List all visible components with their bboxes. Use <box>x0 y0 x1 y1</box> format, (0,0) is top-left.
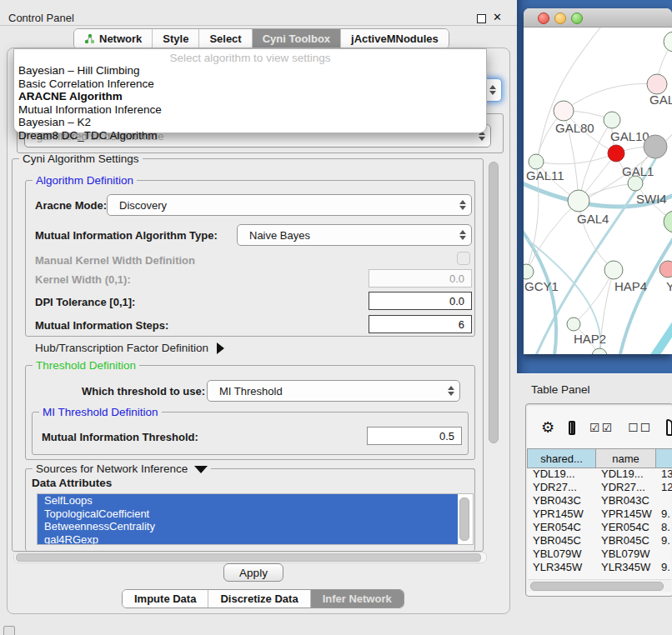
algorithm-option[interactable]: Basic Correlation Inference <box>14 78 486 91</box>
tab-jactivemnodules[interactable]: jActiveMNodules <box>341 29 449 48</box>
table-cell: 9. <box>655 560 672 573</box>
data-attribute-item[interactable]: TopologicalCoefficient <box>38 508 458 521</box>
kernel-width-field[interactable]: 0.0 <box>369 269 472 288</box>
kernel-width-label: Kernel Width (0,1): <box>35 273 131 286</box>
select-all-icon[interactable]: ☑☑ <box>589 420 614 435</box>
network-node-n-bottom-cut[interactable] <box>592 348 607 354</box>
table-row[interactable]: YLR345WYLR345W9. <box>527 560 672 573</box>
manual-kernel-width-checkbox[interactable] <box>457 252 470 265</box>
table-row[interactable]: YBR045CYBR045C9. <box>527 533 672 547</box>
settings-scrollbar-thumb[interactable] <box>489 162 499 443</box>
table-body: YDL19...YDL19...13YDR27...YDR27...12YBR0… <box>527 467 672 575</box>
tab-impute-data[interactable]: Impute Data <box>123 590 208 608</box>
tab-cyni-toolbox[interactable]: Cyni Toolbox <box>253 29 341 48</box>
dpi-tolerance-field[interactable]: 0.0 <box>369 292 472 310</box>
tab-discretize-data[interactable]: Discretize Data <box>208 590 310 608</box>
mi-algorithm-type-label: Mutual Information Algorithm Type: <box>35 229 218 242</box>
data-attributes-list[interactable]: SelfLoopsTopologicalCoefficientBetweenne… <box>37 493 474 545</box>
column-header[interactable]: name <box>596 449 656 468</box>
settings-scrollbar[interactable] <box>487 158 499 552</box>
network-edge <box>564 83 657 111</box>
network-node-gray-node[interactable] <box>644 135 667 158</box>
network-node-gal11[interactable] <box>529 154 544 169</box>
settings-hscrollbar[interactable] <box>13 552 487 563</box>
network-node-hap4[interactable] <box>604 261 623 279</box>
mi-steps-field[interactable]: 6 <box>369 315 472 333</box>
float-window-icon[interactable] <box>477 14 486 23</box>
algorithm-option[interactable]: Bayesian – Hill Climbing <box>14 64 486 78</box>
table-hscrollbar[interactable] <box>528 579 671 592</box>
table-row[interactable]: YBL079WYBL079W <box>527 547 672 560</box>
algorithm-option[interactable]: Dream8 DC_TDC Algorithm <box>14 129 486 142</box>
network-node-gal10[interactable] <box>604 112 620 128</box>
network-node-n-top-cut[interactable] <box>664 32 672 52</box>
network-edge <box>574 270 614 324</box>
table-cell: YBR045C <box>527 533 595 547</box>
minimized-panel-chip[interactable] <box>3 626 15 635</box>
table-hscrollbar-thumb[interactable] <box>530 582 664 591</box>
table-row[interactable]: YDR27...YDR27...12 <box>527 480 672 493</box>
table-cell: YDL19... <box>595 467 655 480</box>
table-cell: 9. <box>655 533 672 547</box>
settings-hscrollbar-thumb[interactable] <box>16 553 481 562</box>
tab-style[interactable]: Style <box>153 29 199 48</box>
mi-threshold-field[interactable]: 0.5 <box>367 427 462 445</box>
network-node-gal4[interactable] <box>568 190 589 212</box>
minimize-traffic-light-icon[interactable] <box>554 12 566 24</box>
network-node-swi4[interactable] <box>628 176 643 191</box>
table-panel-titlebar: Table Panel <box>517 373 672 402</box>
hub-definition-expander[interactable]: Hub/Transcription Factor Definition <box>35 342 224 354</box>
network-node-hap2[interactable] <box>567 318 580 331</box>
network-window-titlebar[interactable] <box>524 8 672 28</box>
network-graph-canvas[interactable]: GALGAL80GAL10GAL1GAL11SWI4GAL4GCY1HAP4YH… <box>524 28 672 354</box>
sources-title[interactable]: Sources for Network Inference <box>33 462 211 475</box>
aracne-mode-combo[interactable]: Discovery <box>107 194 472 216</box>
table-row[interactable]: YBR043CYBR043C <box>527 493 672 507</box>
tab-label: Style <box>163 32 188 45</box>
zoom-traffic-light-icon[interactable] <box>571 12 583 24</box>
split-view-icon[interactable] <box>569 421 575 435</box>
data-attribute-item[interactable]: SelfLoops <box>38 494 458 508</box>
data-attribute-item[interactable]: gal4RGexp <box>38 533 458 546</box>
algorithm-option[interactable]: Mutual Information Inference <box>14 103 486 117</box>
table-row[interactable]: YIL052CYIL052C9. <box>527 573 672 575</box>
column-header[interactable]: shared... <box>528 449 596 468</box>
list-scrollbar-thumb[interactable] <box>459 498 469 541</box>
network-node-green-cut[interactable] <box>664 211 672 232</box>
close-traffic-light-icon[interactable] <box>538 12 549 24</box>
table-cell: 8. <box>655 520 672 533</box>
network-node-gal1[interactable] <box>608 145 624 162</box>
tab-select[interactable]: Select <box>199 29 252 48</box>
table-cell: YPR145W <box>595 507 655 520</box>
popup-hint: Select algorithm to view settings <box>14 49 486 64</box>
table-cell: YIL052C <box>595 573 655 575</box>
cyni-bottom-tabs: Impute DataDiscretize DataInfer Network <box>122 589 404 608</box>
tab-label: Cyni Toolbox <box>263 32 330 45</box>
network-icon <box>84 33 95 44</box>
table-row[interactable]: YDL19...YDL19...13 <box>527 467 672 480</box>
combo-arrows-icon <box>484 85 501 95</box>
network-node-salmon-cut[interactable] <box>659 261 672 278</box>
new-column-icon[interactable] <box>666 419 672 436</box>
network-node-gal80[interactable] <box>554 101 574 121</box>
tab-network[interactable]: Network <box>74 29 153 48</box>
combo-arrows-icon <box>454 230 471 240</box>
network-node-label: SWI4 <box>636 192 667 206</box>
close-icon[interactable]: ✕ <box>493 11 502 23</box>
table-row[interactable]: YER054CYER054C8. <box>527 520 672 533</box>
network-node-gal-pink[interactable] <box>647 74 667 94</box>
deselect-all-icon[interactable]: ☐☐ <box>628 420 652 435</box>
data-attribute-item[interactable]: BetweennessCentrality <box>38 520 458 533</box>
algorithm-option[interactable]: ARACNE Algorithm <box>14 90 486 103</box>
algorithm-option[interactable]: Bayesian – K2 <box>14 116 486 129</box>
tab-infer-network[interactable]: Infer Network <box>311 590 404 608</box>
table-cell: 12 <box>655 480 672 493</box>
column-header[interactable]: A <box>656 449 672 468</box>
gear-icon[interactable]: ⚙ <box>541 420 554 435</box>
apply-button[interactable]: Apply <box>223 563 283 582</box>
mi-threshold-label: Mutual Information Threshold: <box>42 431 198 443</box>
network-node-gcy1[interactable] <box>524 264 534 279</box>
table-row[interactable]: YPR145WYPR145W9. <box>527 507 672 520</box>
mi-algorithm-type-combo[interactable]: Naive Bayes <box>237 224 472 246</box>
which-threshold-combo[interactable]: MI Threshold <box>207 380 460 402</box>
